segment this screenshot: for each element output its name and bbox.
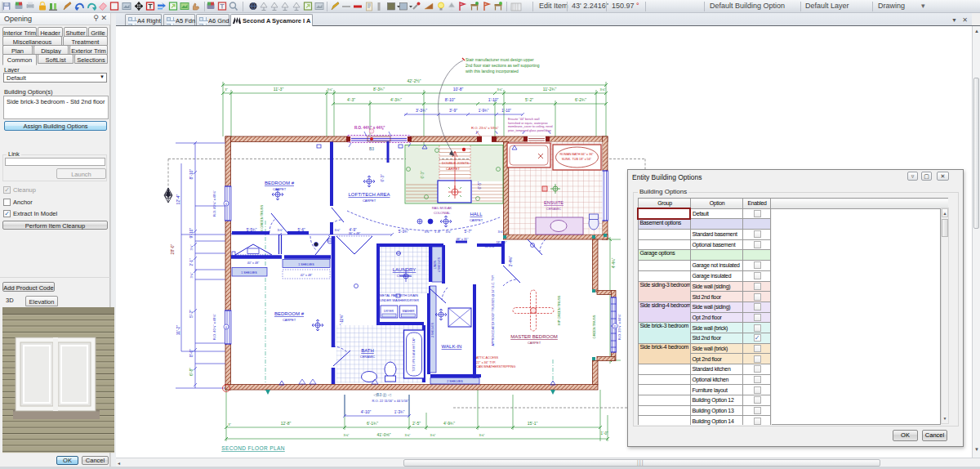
svg-text:HIP GREEN TRUSS: HIP GREEN TRUSS	[557, 295, 561, 325]
svg-text:3⅝": 3⅝"	[189, 272, 194, 279]
svg-text:CARPET: CARPET	[470, 218, 483, 222]
svg-text:Ensuite "44" bench wall: Ensuite "44" bench wall	[508, 118, 540, 121]
svg-text:ATTIC ACCESS: ATTIC ACCESS	[476, 356, 499, 360]
svg-text:DOUBLE JOISTS: DOUBLE JOISTS	[442, 161, 469, 165]
svg-text:36" x 48": 36" x 48"	[349, 232, 361, 235]
svg-text:12'-8": 12'-8"	[281, 421, 292, 426]
svg-text:8'-10": 8'-10"	[445, 97, 456, 102]
svg-text:3 SHELVES: 3 SHELVES	[431, 322, 434, 337]
svg-text:10'-8": 10'-8"	[453, 87, 464, 92]
svg-text:41'-0⅝": 41'-0⅝"	[377, 432, 391, 437]
svg-text:CARPET: CARPET	[528, 341, 541, 345]
svg-text:6'-8": 6'-8"	[189, 368, 194, 376]
svg-text:3⅝": 3⅝"	[327, 87, 334, 92]
svg-text:with this landing incorporated: with this landing incorporated	[466, 69, 519, 74]
svg-text:CERAMIC: CERAMIC	[397, 274, 412, 278]
svg-text:11'-2": 11'-2"	[176, 325, 180, 336]
svg-text:MASTER BEDROOM: MASTER BEDROOM	[510, 334, 558, 339]
svg-text:4'-4¾": 4'-4¾"	[612, 257, 616, 268]
svg-text:CARPET: CARPET	[446, 167, 460, 171]
svg-text:LINEN: LINEN	[434, 260, 437, 269]
svg-text:3⅝": 3⅝"	[430, 433, 437, 437]
svg-text:CERAMIC: CERAMIC	[546, 207, 562, 211]
svg-text:15'-1": 15'-1"	[528, 421, 538, 426]
svg-text:APPROVED ATEX ROOF TRUSSES @ 2: APPROVED ATEX ROOF TRUSSES @ 24" O.C. TY…	[492, 275, 495, 346]
svg-text:3⅝": 3⅝"	[344, 433, 350, 437]
svg-text:R.O. 23⅝" x 44⅝": R.O. 23⅝" x 44⅝"	[617, 313, 621, 340]
svg-text:9'-10": 9'-10"	[189, 227, 194, 238]
svg-text:1 SHELVES: 1 SHELVES	[241, 271, 257, 275]
svg-text:2'-1": 2'-1"	[189, 258, 194, 266]
svg-text:prior_tempered glass panel/doo: prior_tempered glass panel/door	[508, 129, 552, 132]
svg-text:GREEN TRUSS: GREEN TRUSS	[592, 315, 596, 338]
svg-text:6: 6	[225, 326, 227, 329]
svg-text:6: 6	[225, 203, 227, 206]
svg-text:R.O. 22 11/16" x 44 5/16": R.O. 22 11/16" x 44 5/16"	[372, 399, 409, 403]
svg-text:1'-3¾": 1'-3¾"	[394, 410, 405, 414]
svg-text:4 SHELVES: 4 SHELVES	[438, 257, 441, 272]
svg-text:48" x 31": 48" x 31"	[456, 238, 469, 241]
svg-text:1 SHELVES: 1 SHELVES	[298, 263, 314, 266]
svg-text:2nd floor stair sections as se: 2nd floor stair sections as self support…	[466, 63, 540, 68]
svg-text:LOFT/TECH AREA: LOFT/TECH AREA	[348, 192, 390, 197]
svg-text:6'-3": 6'-3"	[421, 171, 425, 178]
svg-text:6'-2¾": 6'-2¾"	[575, 97, 586, 102]
svg-text:3⅝": 3⅝"	[600, 87, 607, 92]
svg-text:CERAMIC: CERAMIC	[360, 355, 376, 359]
svg-text:28'-0": 28'-0"	[170, 243, 175, 254]
svg-text:Stair manufacturer must design: Stair manufacturer must design upper	[466, 57, 534, 62]
svg-text:#6 GREEN TRUSS: #6 GREEN TRUSS	[260, 204, 264, 233]
svg-text:2'-4⅝": 2'-4⅝"	[509, 256, 513, 266]
svg-text:BEDROOM #: BEDROOM #	[265, 181, 295, 185]
svg-text:COLONIAL: COLONIAL	[434, 211, 451, 215]
svg-text:2 SHELVES: 2 SHELVES	[447, 380, 463, 383]
svg-text:3⅝": 3⅝"	[405, 433, 412, 437]
svg-text:HALL: HALL	[470, 212, 483, 217]
svg-text:4'-9¾": 4'-9¾"	[443, 421, 455, 426]
svg-text:BATH: BATH	[361, 348, 374, 353]
svg-text:ENSUITE: ENSUITE	[544, 200, 564, 205]
svg-text:4'-3¾": 4'-3¾"	[390, 97, 402, 102]
svg-text:CARPET: CARPET	[283, 318, 296, 322]
svg-text:3": 3"	[228, 422, 231, 427]
svg-text:3⅝": 3⅝"	[189, 244, 194, 251]
svg-text:SECOND FLOOR PLAN: SECOND FLOOR PLAN	[221, 445, 285, 451]
svg-text:8'-10": 8'-10"	[189, 168, 194, 179]
svg-text:5'-7": 5'-7"	[465, 230, 472, 234]
svg-text:12'-4": 12'-4"	[176, 194, 180, 204]
svg-text:5'-2": 5'-2"	[189, 310, 194, 318]
svg-text:UNDER WASHER/DRYER: UNDER WASHER/DRYER	[380, 298, 419, 302]
svg-text:3⅝": 3⅝"	[497, 87, 504, 92]
svg-text:furnished or equiv., waterproo: furnished or equiv., waterproo	[508, 122, 548, 125]
svg-text:4'-10": 4'-10"	[361, 409, 372, 414]
svg-text:DRYER: DRYER	[384, 310, 394, 313]
svg-text:WALK-IN: WALK-IN	[442, 344, 462, 349]
svg-text:11'-2¾": 11'-2¾"	[543, 87, 557, 92]
svg-text:R.O. 40⅝" x 48⅝": R.O. 40⅝" x 48⅝"	[212, 190, 216, 217]
svg-text:4'-3": 4'-3"	[347, 97, 355, 102]
svg-text:CAN WEATHERSTRIPPING: CAN WEATHERSTRIPPING	[476, 365, 515, 368]
svg-text:3⅝": 3⅝"	[335, 228, 341, 232]
svg-text:3⅝": 3⅝"	[425, 230, 431, 234]
svg-text:8'-3¾": 8'-3¾"	[373, 87, 385, 92]
svg-text:6'-1¾": 6'-1¾"	[367, 421, 378, 426]
svg-text:membrane_cover to ceiling, ne: membrane_cover to ceiling, need	[508, 125, 553, 128]
svg-text:42'-2½": 42'-2½"	[408, 78, 421, 83]
svg-text:33"x96": 33"x96"	[484, 245, 496, 248]
svg-text:RAIL MODAK: RAIL MODAK	[432, 206, 452, 210]
svg-text:BEDROOM #: BEDROOM #	[274, 311, 305, 316]
svg-text:3": 3"	[225, 87, 228, 92]
svg-text:2'-5": 2'-5"	[412, 421, 421, 426]
svg-text:6'-3": 6'-3"	[381, 174, 385, 181]
svg-text:SUNK. TUB 18" x 56": SUNK. TUB 18" x 56"	[562, 158, 592, 161]
svg-text:5'-3¾": 5'-3¾"	[399, 230, 409, 234]
svg-text:R.O. 23⅝" x 59⅝": R.O. 23⅝" x 59⅝"	[471, 126, 499, 130]
svg-text:LAUNDRY: LAUNDRY	[393, 267, 416, 272]
svg-text:1'-9¾": 1'-9¾"	[479, 109, 489, 113]
svg-text:TOTE VPN 9'x0'x0 HHT CAP: TOTE VPN 9'x0'x0 HHT CAP	[412, 337, 416, 371]
svg-text:7'-11⅝": 7'-11⅝"	[340, 314, 344, 326]
svg-text:3⅝": 3⅝"	[479, 433, 486, 437]
svg-text:11: 11	[613, 325, 617, 328]
svg-text:3'-3¾": 3'-3¾"	[416, 108, 427, 113]
svg-text:CARPET: CARPET	[273, 187, 287, 191]
